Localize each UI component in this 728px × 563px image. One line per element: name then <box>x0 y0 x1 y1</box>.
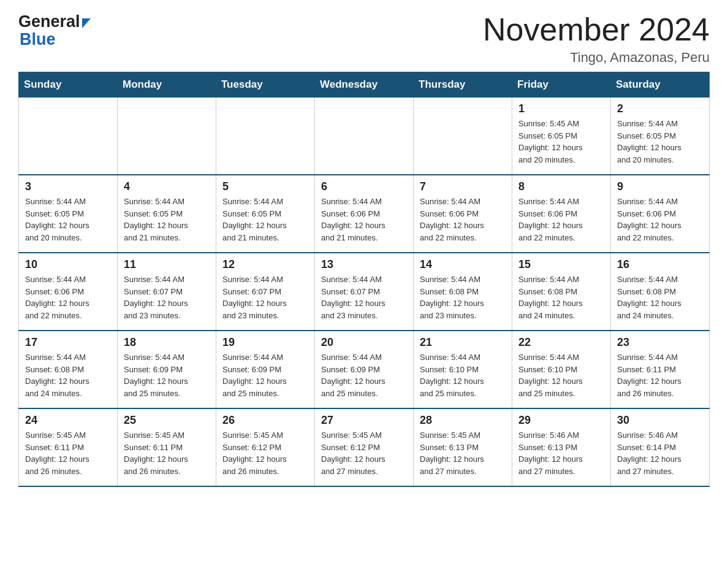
day-info: Sunrise: 5:45 AMSunset: 6:13 PMDaylight:… <box>420 429 506 477</box>
day-number: 15 <box>518 258 604 271</box>
calendar-cell: 3Sunrise: 5:44 AMSunset: 6:05 PMDaylight… <box>19 175 118 253</box>
weekday-header-thursday: Thursday <box>414 72 512 98</box>
location-subtitle: Tingo, Amazonas, Peru <box>483 50 710 66</box>
calendar-body: 1Sunrise: 5:45 AMSunset: 6:05 PMDaylight… <box>19 98 710 487</box>
week-row-5: 24Sunrise: 5:45 AMSunset: 6:11 PMDayligh… <box>19 408 710 486</box>
logo-arrow-icon <box>82 18 91 28</box>
calendar-cell: 22Sunrise: 5:44 AMSunset: 6:10 PMDayligh… <box>512 331 611 408</box>
day-number: 11 <box>124 258 210 271</box>
day-number: 13 <box>321 258 407 271</box>
day-number: 7 <box>420 180 506 193</box>
day-info: Sunrise: 5:44 AMSunset: 6:09 PMDaylight:… <box>222 351 308 399</box>
day-number: 10 <box>25 258 111 271</box>
page-header: General Blue November 2024 Tingo, Amazon… <box>18 12 710 66</box>
calendar-cell <box>216 98 315 175</box>
calendar-cell: 19Sunrise: 5:44 AMSunset: 6:09 PMDayligh… <box>216 331 315 408</box>
logo-general-text: General <box>18 12 80 31</box>
day-number: 25 <box>124 414 210 427</box>
day-number: 12 <box>222 258 308 271</box>
day-info: Sunrise: 5:44 AMSunset: 6:09 PMDaylight:… <box>321 351 407 399</box>
day-number: 14 <box>420 258 506 271</box>
calendar-cell: 24Sunrise: 5:45 AMSunset: 6:11 PMDayligh… <box>19 408 118 486</box>
day-info: Sunrise: 5:46 AMSunset: 6:13 PMDaylight:… <box>518 429 604 477</box>
day-info: Sunrise: 5:45 AMSunset: 6:11 PMDaylight:… <box>25 429 111 477</box>
day-number: 28 <box>420 414 506 427</box>
day-info: Sunrise: 5:45 AMSunset: 6:11 PMDaylight:… <box>124 429 210 477</box>
day-info: Sunrise: 5:45 AMSunset: 6:12 PMDaylight:… <box>222 429 308 477</box>
month-title: November 2024 <box>483 12 710 47</box>
logo-blue-text: Blue <box>20 30 56 48</box>
day-number: 6 <box>321 180 407 193</box>
calendar-cell: 14Sunrise: 5:44 AMSunset: 6:08 PMDayligh… <box>414 253 512 331</box>
day-info: Sunrise: 5:44 AMSunset: 6:07 PMDaylight:… <box>222 274 308 321</box>
weekday-header-monday: Monday <box>118 72 216 98</box>
weekday-header-saturday: Saturday <box>611 72 710 98</box>
calendar-cell <box>414 98 512 175</box>
calendar-cell <box>118 98 216 175</box>
day-info: Sunrise: 5:44 AMSunset: 6:06 PMDaylight:… <box>420 196 506 243</box>
calendar-cell: 13Sunrise: 5:44 AMSunset: 6:07 PMDayligh… <box>315 253 414 331</box>
day-number: 3 <box>25 180 111 193</box>
calendar-cell: 20Sunrise: 5:44 AMSunset: 6:09 PMDayligh… <box>315 331 414 408</box>
day-info: Sunrise: 5:44 AMSunset: 6:05 PMDaylight:… <box>124 196 210 243</box>
day-number: 27 <box>321 414 407 427</box>
day-info: Sunrise: 5:44 AMSunset: 6:05 PMDaylight:… <box>25 196 111 243</box>
day-info: Sunrise: 5:44 AMSunset: 6:07 PMDaylight:… <box>124 274 210 321</box>
week-row-1: 1Sunrise: 5:45 AMSunset: 6:05 PMDaylight… <box>19 98 710 175</box>
calendar-cell: 11Sunrise: 5:44 AMSunset: 6:07 PMDayligh… <box>118 253 216 331</box>
day-info: Sunrise: 5:46 AMSunset: 6:14 PMDaylight:… <box>617 429 703 477</box>
calendar-cell: 1Sunrise: 5:45 AMSunset: 6:05 PMDaylight… <box>512 98 611 175</box>
weekday-header-sunday: Sunday <box>19 72 118 98</box>
day-info: Sunrise: 5:44 AMSunset: 6:06 PMDaylight:… <box>25 274 111 321</box>
day-info: Sunrise: 5:44 AMSunset: 6:05 PMDaylight:… <box>617 118 703 166</box>
title-block: November 2024 Tingo, Amazonas, Peru <box>483 12 710 66</box>
calendar-cell: 17Sunrise: 5:44 AMSunset: 6:08 PMDayligh… <box>19 331 118 408</box>
calendar-cell: 27Sunrise: 5:45 AMSunset: 6:12 PMDayligh… <box>315 408 414 486</box>
day-number: 29 <box>518 414 604 427</box>
calendar-cell: 7Sunrise: 5:44 AMSunset: 6:06 PMDaylight… <box>414 175 512 253</box>
calendar-cell: 8Sunrise: 5:44 AMSunset: 6:06 PMDaylight… <box>512 175 611 253</box>
calendar-cell: 28Sunrise: 5:45 AMSunset: 6:13 PMDayligh… <box>414 408 512 486</box>
calendar-cell: 6Sunrise: 5:44 AMSunset: 6:06 PMDaylight… <box>315 175 414 253</box>
calendar-cell: 16Sunrise: 5:44 AMSunset: 6:08 PMDayligh… <box>611 253 710 331</box>
day-number: 1 <box>518 102 604 115</box>
calendar-table: SundayMondayTuesdayWednesdayThursdayFrid… <box>18 72 710 487</box>
calendar-cell <box>19 98 118 175</box>
day-number: 22 <box>518 336 604 349</box>
calendar-cell: 12Sunrise: 5:44 AMSunset: 6:07 PMDayligh… <box>216 253 315 331</box>
calendar-cell: 15Sunrise: 5:44 AMSunset: 6:08 PMDayligh… <box>512 253 611 331</box>
day-number: 2 <box>617 102 703 115</box>
day-info: Sunrise: 5:44 AMSunset: 6:10 PMDaylight:… <box>420 351 506 399</box>
day-number: 23 <box>617 336 703 349</box>
day-number: 9 <box>617 180 703 193</box>
day-number: 26 <box>222 414 308 427</box>
day-info: Sunrise: 5:44 AMSunset: 6:11 PMDaylight:… <box>617 351 703 399</box>
calendar-cell: 26Sunrise: 5:45 AMSunset: 6:12 PMDayligh… <box>216 408 315 486</box>
calendar-cell: 9Sunrise: 5:44 AMSunset: 6:06 PMDaylight… <box>611 175 710 253</box>
calendar-cell: 29Sunrise: 5:46 AMSunset: 6:13 PMDayligh… <box>512 408 611 486</box>
day-info: Sunrise: 5:44 AMSunset: 6:05 PMDaylight:… <box>222 196 308 243</box>
calendar-cell <box>315 98 414 175</box>
day-info: Sunrise: 5:44 AMSunset: 6:08 PMDaylight:… <box>420 274 506 321</box>
day-number: 4 <box>124 180 210 193</box>
day-info: Sunrise: 5:44 AMSunset: 6:06 PMDaylight:… <box>321 196 407 243</box>
day-info: Sunrise: 5:44 AMSunset: 6:08 PMDaylight:… <box>25 351 111 399</box>
day-info: Sunrise: 5:45 AMSunset: 6:12 PMDaylight:… <box>321 429 407 477</box>
day-number: 24 <box>25 414 111 427</box>
weekday-header-friday: Friday <box>512 72 611 98</box>
day-number: 17 <box>25 336 111 349</box>
weekday-header-wednesday: Wednesday <box>315 72 414 98</box>
day-number: 20 <box>321 336 407 349</box>
week-row-4: 17Sunrise: 5:44 AMSunset: 6:08 PMDayligh… <box>19 331 710 408</box>
day-number: 19 <box>222 336 308 349</box>
day-number: 5 <box>222 180 308 193</box>
day-number: 8 <box>518 180 604 193</box>
day-info: Sunrise: 5:44 AMSunset: 6:06 PMDaylight:… <box>518 196 604 243</box>
calendar-cell: 2Sunrise: 5:44 AMSunset: 6:05 PMDaylight… <box>611 98 710 175</box>
day-number: 16 <box>617 258 703 271</box>
calendar-cell: 5Sunrise: 5:44 AMSunset: 6:05 PMDaylight… <box>216 175 315 253</box>
day-info: Sunrise: 5:44 AMSunset: 6:10 PMDaylight:… <box>518 351 604 399</box>
header-row: SundayMondayTuesdayWednesdayThursdayFrid… <box>19 72 710 98</box>
calendar-cell: 30Sunrise: 5:46 AMSunset: 6:14 PMDayligh… <box>611 408 710 486</box>
day-info: Sunrise: 5:45 AMSunset: 6:05 PMDaylight:… <box>518 118 604 166</box>
